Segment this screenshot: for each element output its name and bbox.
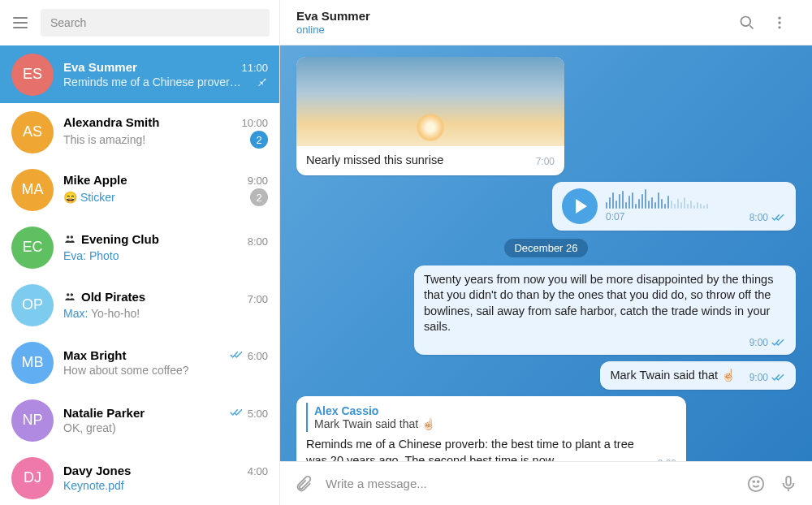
chat-item-davy-jones[interactable]: DJ Davy Jones 4:00 Keynote.pdf bbox=[0, 449, 279, 505]
message-text: Twenty years from now you will be more d… bbox=[424, 272, 786, 335]
avatar: MA bbox=[11, 169, 54, 211]
chat-item-max-bright[interactable]: MB Max Bright 6:00 How about some coffee… bbox=[0, 334, 279, 391]
photo-thumbnail bbox=[296, 57, 564, 146]
chat-name: Max Bright bbox=[63, 348, 127, 362]
chat-preview: How about some coffee? bbox=[63, 364, 268, 377]
attach-icon[interactable] bbox=[293, 473, 314, 494]
reply-sender-name: Alex Cassio bbox=[314, 404, 670, 417]
message-time: 9:00 bbox=[749, 372, 786, 383]
chat-name: Davy Jones bbox=[63, 464, 131, 477]
chat-preview: 😄 Sticker bbox=[63, 191, 245, 204]
chat-preview: Max: Yo-ho-ho! bbox=[63, 307, 268, 320]
sidebar-header: Search bbox=[0, 0, 279, 45]
read-checks-icon bbox=[771, 338, 786, 347]
emoji-icon[interactable] bbox=[745, 473, 767, 494]
chat-header-info[interactable]: Eva Summer online bbox=[296, 9, 731, 36]
message-text: Reminds me of a Chinese proverb: the bes… bbox=[306, 437, 650, 461]
muted-badge: 2 bbox=[250, 188, 268, 206]
chat-status: online bbox=[296, 24, 731, 36]
chat-list: ES Eva Summer 11:00 Reminds me of a Chin… bbox=[0, 45, 279, 505]
svg-point-4 bbox=[741, 16, 751, 26]
messages-area[interactable]: Nearly missed this sunrise 7:00 0:07 8:0… bbox=[280, 45, 812, 461]
menu-icon[interactable] bbox=[13, 13, 32, 32]
date-divider: December 26 bbox=[296, 239, 796, 257]
chat-item-old-pirates[interactable]: OP Old Pirates 7:00 Max: Yo-ho-ho! bbox=[0, 276, 279, 334]
message-text: Nearly missed this sunrise bbox=[306, 153, 443, 169]
avatar: ES bbox=[11, 54, 54, 96]
svg-point-2 bbox=[67, 293, 70, 296]
avatar: DJ bbox=[11, 457, 54, 499]
reply-text: Mark Twain said that ☝🏻 bbox=[314, 417, 670, 430]
message-time: 7:00 bbox=[536, 156, 555, 167]
chat-time: 7:00 bbox=[248, 293, 268, 305]
group-icon bbox=[63, 291, 76, 303]
main-header: Eva Summer online bbox=[280, 0, 812, 45]
chat-item-eva-summer[interactable]: ES Eva Summer 11:00 Reminds me of a Chin… bbox=[0, 45, 279, 103]
reply-preview[interactable]: Alex Cassio Mark Twain said that ☝🏻 bbox=[306, 403, 676, 432]
message-text-out[interactable]: Mark Twain said that ☝🏻 9:00 bbox=[296, 361, 796, 391]
svg-point-0 bbox=[67, 235, 70, 239]
chat-name: Alexandra Smith bbox=[63, 115, 159, 129]
chat-time: 11:00 bbox=[241, 62, 268, 74]
search-icon[interactable] bbox=[731, 6, 763, 39]
chat-name: Mike Apple bbox=[63, 173, 127, 187]
chat-item-mike-apple[interactable]: MA Mike Apple 9:00 😄 Sticker 2 bbox=[0, 161, 279, 218]
waveform bbox=[606, 189, 786, 209]
group-icon bbox=[63, 234, 76, 245]
svg-point-1 bbox=[71, 235, 74, 239]
chat-name: Eva Summer bbox=[63, 60, 137, 74]
chat-time: 9:00 bbox=[248, 175, 268, 187]
read-checks-icon bbox=[771, 213, 786, 222]
svg-point-8 bbox=[749, 476, 763, 490]
chat-item-natalie-parker[interactable]: NP Natalie Parker 5:00 OK, great) bbox=[0, 391, 279, 449]
sidebar: Search ES Eva Summer 11:00 Reminds me of… bbox=[0, 0, 280, 505]
chat-preview: This is amazing! bbox=[63, 133, 245, 146]
avatar: OP bbox=[11, 284, 54, 326]
chat-time: 10:00 bbox=[241, 117, 268, 129]
play-button[interactable] bbox=[562, 188, 598, 224]
message-time: 9:00 bbox=[658, 458, 676, 462]
avatar: MB bbox=[11, 342, 54, 384]
chat-time: 4:00 bbox=[248, 465, 268, 477]
message-text-out[interactable]: Twenty years from now you will be more d… bbox=[296, 265, 796, 355]
pin-icon bbox=[255, 76, 268, 88]
chat-name: Old Pirates bbox=[63, 290, 145, 304]
svg-point-10 bbox=[758, 481, 759, 482]
chat-item-alexandra-smith[interactable]: AS Alexandra Smith 10:00 This is amazing… bbox=[0, 103, 279, 161]
message-photo[interactable]: Nearly missed this sunrise 7:00 bbox=[296, 57, 796, 175]
composer: Write a message... bbox=[280, 461, 812, 505]
chat-preview: Reminds me of a Chinese prover… bbox=[63, 76, 250, 88]
message-text: Mark Twain said that ☝🏻 bbox=[610, 369, 736, 382]
read-checks-icon bbox=[771, 373, 786, 382]
search-input[interactable]: Search bbox=[41, 9, 270, 37]
svg-point-3 bbox=[71, 293, 74, 296]
chat-preview: OK, great) bbox=[63, 421, 268, 434]
svg-point-5 bbox=[778, 16, 780, 19]
avatar: EC bbox=[11, 227, 54, 269]
avatar: AS bbox=[11, 111, 54, 153]
svg-rect-11 bbox=[786, 476, 791, 485]
chat-time: 5:00 bbox=[230, 408, 268, 420]
more-icon[interactable] bbox=[763, 6, 796, 39]
message-text-in[interactable]: Alex Cassio Mark Twain said that ☝🏻 Remi… bbox=[296, 396, 796, 461]
avatar: NP bbox=[11, 399, 54, 442]
chat-time: 6:00 bbox=[230, 350, 268, 362]
chat-preview: Eva: Photo bbox=[63, 249, 268, 262]
message-voice[interactable]: 0:07 8:00 bbox=[296, 182, 796, 231]
chat-name: Natalie Parker bbox=[63, 406, 145, 420]
chat-name: Evening Club bbox=[63, 232, 159, 246]
chat-preview: Keynote.pdf bbox=[63, 479, 268, 492]
microphone-icon[interactable] bbox=[778, 473, 799, 494]
main: Eva Summer online Nearly missed this sun… bbox=[280, 0, 812, 505]
message-time: 8:00 bbox=[749, 212, 786, 223]
message-input[interactable]: Write a message... bbox=[326, 477, 734, 490]
voice-duration: 0:07 bbox=[606, 211, 624, 222]
read-checks-icon bbox=[230, 408, 244, 417]
chat-time: 8:00 bbox=[248, 235, 268, 248]
svg-point-6 bbox=[778, 21, 780, 24]
chat-title: Eva Summer bbox=[296, 9, 731, 23]
svg-point-9 bbox=[753, 481, 754, 482]
svg-point-7 bbox=[778, 26, 780, 28]
chat-item-evening-club[interactable]: EC Evening Club 8:00 Eva: Photo bbox=[0, 218, 279, 276]
message-time: 9:00 bbox=[424, 337, 786, 348]
